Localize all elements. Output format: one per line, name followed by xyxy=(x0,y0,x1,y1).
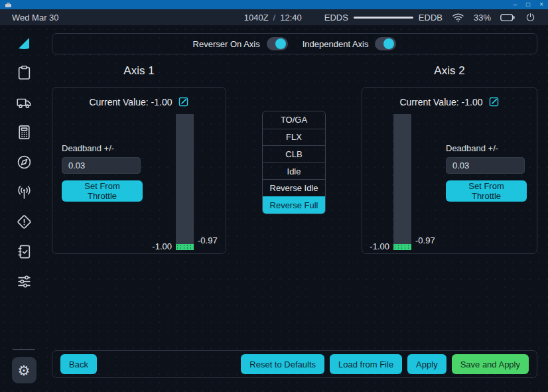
edit-icon[interactable] xyxy=(488,96,500,107)
axis1-deadband-input[interactable] xyxy=(62,157,141,174)
axis1-bar-low-label: -1.00 xyxy=(152,241,172,251)
flight-route: EDDS EDDB xyxy=(324,13,443,23)
axis2-deadband-zone xyxy=(393,244,411,250)
axis2-current-value: -1.00 xyxy=(462,97,483,107)
apply-button[interactable]: Apply xyxy=(407,354,446,374)
reverser-on-axis-label: Reverser On Axis xyxy=(193,39,260,49)
independent-axis-group: Independent Axis xyxy=(303,37,397,50)
axis-options-bar: Reverser On Axis Independent Axis xyxy=(52,33,537,54)
sidebar-item-performance[interactable] xyxy=(12,124,36,141)
radio-antenna-icon xyxy=(16,184,33,200)
axis1-set-from-throttle-button[interactable]: Set From Throttle xyxy=(62,180,143,202)
axis2-current-value-label: Current Value: -1.00 xyxy=(399,97,482,107)
sidebar-item-flightplan[interactable] xyxy=(12,64,36,81)
axis1-current-value-label: Current Value: -1.00 xyxy=(89,97,172,107)
reverser-on-axis-group: Reverser On Axis xyxy=(193,37,288,50)
axis2-value-bar: -1.00 -0.97 xyxy=(393,114,411,250)
axis1-current-value: -1.00 xyxy=(151,97,172,107)
utc-time: 1040Z xyxy=(244,13,269,23)
wifi-icon xyxy=(452,12,464,23)
load-from-file-button[interactable]: Load from File xyxy=(330,354,402,374)
axis2-title: Axis 2 xyxy=(362,54,537,87)
minimize-button[interactable]: – xyxy=(514,0,517,9)
app-icon xyxy=(5,2,12,8)
fuel-truck-icon xyxy=(16,94,33,111)
sidebar-item-settings-axes[interactable] xyxy=(12,273,36,290)
detent-idle[interactable]: Idle xyxy=(263,163,325,180)
axis1-value-bar: -1.00 -0.97 xyxy=(176,114,194,250)
checklist-icon xyxy=(16,243,33,260)
route-destination: EDDB xyxy=(419,13,443,23)
reset-to-defaults-button[interactable]: Reset to Defaults xyxy=(241,354,324,374)
sidebar-item-radio[interactable] xyxy=(12,184,36,200)
footer-actions-bar: Back Reset to Defaults Load from File Ap… xyxy=(52,350,537,378)
flight-progress-line xyxy=(354,17,413,19)
detent-reverse-idle[interactable]: Reverse Idle xyxy=(263,179,325,196)
toggle-knob xyxy=(275,38,286,49)
alert-diamond-icon xyxy=(16,214,33,230)
detent-toga[interactable]: TO/GA xyxy=(263,111,325,129)
axis1-deadband-zone xyxy=(176,244,194,250)
clipboard-icon xyxy=(16,64,33,81)
axis1-bar-high-label: -0.97 xyxy=(198,235,218,245)
sidebar-divider xyxy=(13,349,35,350)
toggle-knob xyxy=(383,38,394,49)
sidebar-item-checklist[interactable] xyxy=(12,243,36,260)
independent-axis-label: Independent Axis xyxy=(303,39,369,49)
save-and-apply-button[interactable]: Save and Apply xyxy=(452,354,529,374)
independent-axis-toggle[interactable] xyxy=(375,37,396,50)
sidebar-item-ground-services[interactable] xyxy=(12,94,36,111)
detent-list: TO/GA FLX CLB Idle Reverse Idle Reverse … xyxy=(262,111,326,214)
clock-separator: / xyxy=(273,13,276,23)
axis2-deadband-label: Deadband +/- xyxy=(446,143,527,153)
detent-reverse-full[interactable]: Reverse Full xyxy=(263,196,325,214)
statusbar-date: Wed Mar 30 xyxy=(12,13,59,23)
settings-button[interactable]: ⚙ xyxy=(12,357,36,383)
battery-icon xyxy=(500,13,515,22)
reverser-on-axis-toggle[interactable] xyxy=(267,37,288,50)
axis1-title: Axis 1 xyxy=(52,54,226,87)
power-icon[interactable] xyxy=(525,12,536,23)
detent-flx[interactable]: FLX xyxy=(263,129,325,146)
axis2-set-from-throttle-button[interactable]: Set From Throttle xyxy=(446,180,527,202)
axis1-panel: Current Value: -1.00 Deadband +/- Set Fr… xyxy=(52,87,226,254)
calculator-icon xyxy=(16,124,33,141)
route-origin: EDDS xyxy=(324,13,348,23)
back-button[interactable]: Back xyxy=(60,354,97,374)
brand-logo-icon xyxy=(16,35,32,51)
sidebar-item-navigation[interactable] xyxy=(12,154,36,170)
detent-clb[interactable]: CLB xyxy=(263,145,325,163)
axis2-deadband-input[interactable] xyxy=(446,157,525,174)
axis2-bar-high-label: -0.97 xyxy=(415,235,435,245)
axis2-bar-low-label: -1.00 xyxy=(370,241,389,251)
sidebar-item-failures[interactable] xyxy=(12,214,36,230)
battery-percent: 33% xyxy=(474,13,491,23)
statusbar: Wed Mar 30 1040Z / 12:40 EDDS EDDB 33% xyxy=(0,9,548,25)
sliders-icon xyxy=(16,273,33,290)
maximize-button[interactable]: □ xyxy=(526,0,530,9)
close-button[interactable]: × xyxy=(539,0,543,9)
sidebar: ⚙ xyxy=(0,25,48,392)
gear-icon: ⚙ xyxy=(18,363,31,377)
compass-icon xyxy=(16,154,33,170)
local-time: 12:40 xyxy=(280,13,302,23)
window-titlebar: – □ × xyxy=(0,0,548,9)
axis2-panel: Current Value: -1.00 -1.00 -0.97 Deadban… xyxy=(362,87,537,254)
statusbar-clock: 1040Z / 12:40 xyxy=(244,13,302,23)
edit-icon[interactable] xyxy=(178,96,189,107)
axis1-deadband-label: Deadband +/- xyxy=(62,143,143,153)
